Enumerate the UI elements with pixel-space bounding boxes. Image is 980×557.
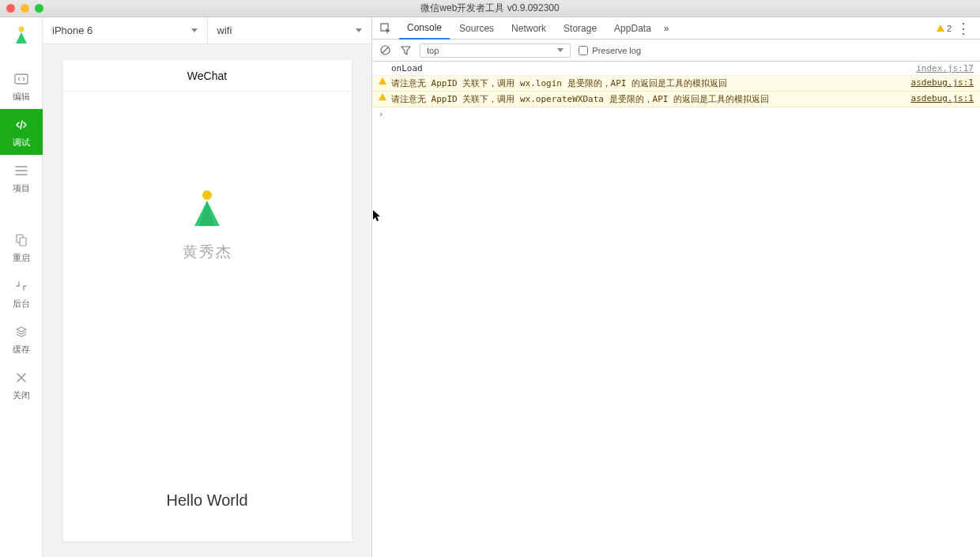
inspect-element-button[interactable] bbox=[377, 20, 394, 37]
app-logo bbox=[8, 22, 35, 49]
edit-icon bbox=[13, 71, 29, 87]
preview-canvas: WeChat 黄秀杰 Hello World bbox=[43, 44, 371, 557]
sidebar: 编辑 调试 项目 重启 后台 bbox=[0, 17, 43, 557]
window-title: 微信web开发者工具 v0.9.092300 bbox=[420, 2, 559, 15]
chevron-down-icon bbox=[557, 48, 564, 52]
warning-icon bbox=[379, 77, 390, 88]
close-icon bbox=[13, 370, 29, 386]
context-select[interactable]: top bbox=[420, 43, 571, 58]
phone-navbar-title: WeChat bbox=[63, 60, 352, 92]
preserve-log-checkbox[interactable]: Preserve log bbox=[579, 46, 641, 55]
tab-storage[interactable]: Storage bbox=[556, 17, 605, 40]
svg-rect-1 bbox=[15, 74, 28, 84]
debug-icon bbox=[13, 117, 29, 133]
menu-icon bbox=[13, 163, 29, 179]
layers-icon bbox=[13, 324, 29, 340]
titlebar: 微信web开发者工具 v0.9.092300 bbox=[0, 0, 980, 17]
console-source-link[interactable]: asdebug.js:1 bbox=[911, 93, 974, 103]
prompt-glyph: › bbox=[379, 109, 384, 119]
preview-panel: iPhone 6 wifi WeChat bbox=[43, 17, 371, 557]
console-warn-row: 请注意无 AppID 关联下，调用 wx.login 是受限的，API 的返回是… bbox=[372, 76, 980, 92]
chevron-down-icon bbox=[356, 28, 362, 32]
background-icon bbox=[13, 278, 29, 294]
warning-icon bbox=[937, 24, 944, 32]
device-select-value: iPhone 6 bbox=[52, 24, 92, 36]
tabs-overflow[interactable]: » bbox=[661, 17, 673, 40]
svg-rect-3 bbox=[20, 238, 26, 246]
clear-console-button[interactable] bbox=[379, 44, 391, 57]
svg-point-4 bbox=[202, 190, 212, 200]
username: 黄秀杰 bbox=[183, 242, 232, 262]
sidebar-item-debug[interactable]: 调试 bbox=[0, 109, 43, 155]
warning-count-badge[interactable]: 2 bbox=[937, 24, 952, 33]
sidebar-item-label: 缓存 bbox=[13, 344, 30, 356]
chevron-down-icon bbox=[191, 28, 198, 32]
console-warn-row: 请注意无 AppID 关联下，调用 wx.operateWXData 是受限的，… bbox=[372, 92, 980, 107]
devtools-panel: Console Sources Network Storage AppData … bbox=[371, 17, 980, 557]
user-block: 黄秀杰 bbox=[183, 186, 232, 262]
tab-console[interactable]: Console bbox=[399, 17, 450, 40]
console-filterbar: top Preserve log bbox=[372, 40, 980, 62]
sidebar-item-label: 项目 bbox=[13, 183, 30, 194]
network-select[interactable]: wifi bbox=[208, 17, 372, 44]
network-select-value: wifi bbox=[217, 24, 232, 36]
console-message: 请注意无 AppID 关联下，调用 wx.login 是受限的，API 的返回是… bbox=[390, 77, 911, 89]
hello-text: Hello World bbox=[167, 491, 248, 510]
sidebar-item-label: 调试 bbox=[13, 137, 30, 149]
tab-appdata[interactable]: AppData bbox=[606, 17, 659, 40]
devtools-tabs: Console Sources Network Storage AppData … bbox=[372, 17, 980, 40]
tab-sources[interactable]: Sources bbox=[451, 17, 502, 40]
context-value: top bbox=[427, 46, 439, 55]
sidebar-item-restart[interactable]: 重启 bbox=[0, 224, 43, 270]
phone-screen[interactable]: WeChat 黄秀杰 Hello World bbox=[63, 60, 352, 541]
svg-point-0 bbox=[18, 27, 24, 32]
warning-icon bbox=[379, 93, 390, 103]
console-output: onLoad index.js:17 请注意无 AppID 关联下，调用 wx.… bbox=[372, 62, 980, 121]
tab-network[interactable]: Network bbox=[503, 17, 554, 40]
restart-icon bbox=[13, 232, 29, 248]
close-window-button[interactable] bbox=[6, 4, 15, 13]
preview-toolbar: iPhone 6 wifi bbox=[43, 17, 371, 44]
warning-count: 2 bbox=[947, 24, 952, 33]
preserve-log-input[interactable] bbox=[579, 46, 588, 55]
avatar-icon bbox=[185, 186, 229, 231]
zoom-window-button[interactable] bbox=[35, 4, 43, 13]
sidebar-item-close[interactable]: 关闭 bbox=[0, 362, 43, 408]
console-source-link[interactable]: asdebug.js:1 bbox=[911, 77, 974, 88]
console-message: 请注意无 AppID 关联下，调用 wx.operateWXData 是受限的，… bbox=[390, 93, 911, 105]
console-prompt[interactable]: › bbox=[372, 107, 980, 121]
traffic-lights bbox=[6, 4, 43, 13]
sidebar-item-edit[interactable]: 编辑 bbox=[0, 63, 43, 109]
console-source-link[interactable]: index.js:17 bbox=[916, 63, 974, 73]
devtools-menu-button[interactable]: ⋮ bbox=[956, 21, 971, 36]
sidebar-item-cache[interactable]: 缓存 bbox=[0, 316, 43, 362]
sidebar-item-label: 后台 bbox=[13, 298, 30, 310]
console-message: onLoad bbox=[390, 63, 916, 73]
sidebar-item-label: 编辑 bbox=[13, 91, 30, 103]
minimize-window-button[interactable] bbox=[21, 4, 29, 13]
console-log-row: onLoad index.js:17 bbox=[372, 62, 980, 76]
preserve-log-label: Preserve log bbox=[592, 46, 641, 55]
sidebar-item-background[interactable]: 后台 bbox=[0, 270, 43, 316]
filter-button[interactable] bbox=[399, 44, 412, 57]
sidebar-item-label: 重启 bbox=[13, 252, 30, 264]
sidebar-item-label: 关闭 bbox=[13, 390, 30, 401]
sidebar-item-project[interactable]: 项目 bbox=[0, 155, 43, 201]
device-select[interactable]: iPhone 6 bbox=[43, 17, 208, 44]
